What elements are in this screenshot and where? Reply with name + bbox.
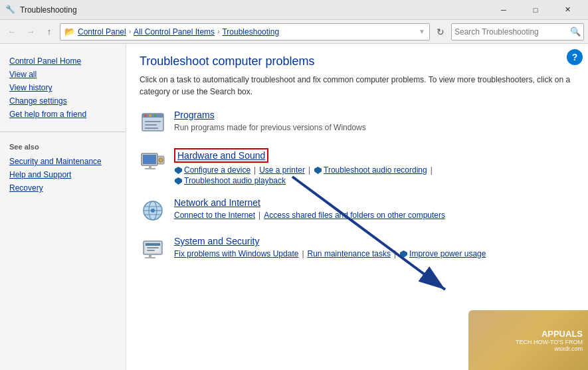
sidebar-see-also-links: Security and Maintenance Help and Suppor… <box>0 155 126 195</box>
sidebar-item-change-settings[interactable]: Change settings <box>0 94 126 108</box>
network-internet-title[interactable]: Network and Internet <box>174 197 260 208</box>
minimize-button[interactable]: ─ <box>488 0 519 20</box>
watermark: APPUALS TECH HOW-TO'S FROMwsxdr.com <box>468 310 588 370</box>
refresh-button[interactable]: ↻ <box>433 24 448 40</box>
svg-point-2 <box>144 114 147 117</box>
svg-marker-30 <box>400 250 407 258</box>
back-button[interactable]: ← <box>4 24 20 40</box>
hardware-sound-title[interactable]: Hardware and Sound <box>174 148 268 163</box>
svg-point-22 <box>151 209 155 213</box>
title-bar: 🔧 Troubleshooting ─ □ ✕ <box>0 0 588 20</box>
network-internet-info: Network and Internet Connect to the Inte… <box>174 197 575 220</box>
content-area: ? Troubleshoot computer problems Click o… <box>126 44 588 370</box>
sidebar-item-get-help[interactable]: Get help from a friend <box>0 108 126 121</box>
sidebar-item-help-support[interactable]: Help and Support <box>0 168 126 181</box>
svg-marker-16 <box>175 177 182 185</box>
forward-button[interactable]: → <box>23 24 39 40</box>
programs-icon <box>140 110 166 136</box>
system-security-title[interactable]: System and Security <box>174 236 259 246</box>
shield-icon-4 <box>399 250 408 258</box>
svg-rect-12 <box>149 165 151 168</box>
svg-rect-28 <box>149 254 151 257</box>
programs-info: Programs Run programs made for previous … <box>174 110 575 132</box>
content-description: Click on a task to automatically trouble… <box>140 74 575 98</box>
search-input[interactable] <box>454 27 570 37</box>
address-bar: ← → ↑ 📂 Control Panel › All Control Pane… <box>0 20 588 44</box>
breadcrumb-control-panel[interactable]: Control Panel <box>78 27 126 37</box>
svg-marker-15 <box>314 167 322 174</box>
svg-rect-6 <box>145 124 157 126</box>
breadcrumb-troubleshooting[interactable]: Troubleshooting <box>222 27 279 37</box>
category-network-internet: Network and Internet Connect to the Inte… <box>140 197 575 224</box>
svg-point-11 <box>159 158 163 162</box>
close-button[interactable]: ✕ <box>552 0 583 20</box>
svg-rect-29 <box>145 257 155 258</box>
run-maintenance-link[interactable]: Run maintenance tasks <box>308 249 391 258</box>
search-icon: 🔍 <box>570 27 581 37</box>
hardware-sound-icon <box>140 148 166 175</box>
search-box[interactable]: 🔍 <box>451 23 584 41</box>
content-title: Troubleshoot computer problems <box>140 54 575 68</box>
sidebar-item-recovery[interactable]: Recovery <box>0 181 126 195</box>
hardware-sound-info: Hardware and Sound Configure a device | … <box>174 148 575 185</box>
system-security-icon <box>140 236 166 262</box>
fix-windows-update-link[interactable]: Fix problems with Windows Update <box>174 249 298 258</box>
network-internet-links: Connect to the Internet | Access shared … <box>174 211 575 220</box>
shield-icon-3 <box>174 177 183 185</box>
connect-internet-link[interactable]: Connect to the Internet <box>174 211 255 220</box>
app-icon: 🔧 <box>5 5 16 15</box>
hardware-sound-links-2: Troubleshoot audio playback <box>174 176 575 185</box>
title-bar-title: Troubleshooting <box>20 5 488 15</box>
title-bar-controls: ─ □ ✕ <box>488 0 583 20</box>
svg-rect-7 <box>145 128 158 129</box>
improve-power-link[interactable]: Improve power usage <box>409 249 486 258</box>
sidebar: Control Panel Home View all View history… <box>0 44 126 370</box>
sidebar-item-control-panel-home[interactable]: Control Panel Home <box>0 54 126 68</box>
troubleshoot-audio-playback-link[interactable]: Troubleshoot audio playback <box>184 176 286 185</box>
category-system-security: System and Security Fix problems with Wi… <box>140 236 575 262</box>
configure-device-link[interactable]: Configure a device <box>184 165 250 175</box>
shield-icon-2 <box>314 166 322 175</box>
sidebar-main-links: Control Panel Home View all View history… <box>0 54 126 121</box>
svg-point-4 <box>153 114 156 117</box>
svg-point-3 <box>149 114 151 117</box>
svg-line-32 <box>292 177 445 290</box>
address-field[interactable]: 📂 Control Panel › All Control Panel Item… <box>60 23 430 41</box>
svg-rect-9 <box>143 155 156 164</box>
svg-rect-25 <box>146 243 160 246</box>
shield-icon <box>174 166 183 175</box>
category-hardware-sound: Hardware and Sound Configure a device | … <box>140 148 575 185</box>
sidebar-see-also-label: See also <box>0 139 126 155</box>
network-internet-icon <box>140 197 166 224</box>
svg-rect-5 <box>145 121 161 122</box>
hardware-sound-links: Configure a device | Use a printer | Tro… <box>174 165 575 175</box>
programs-title[interactable]: Programs <box>174 110 215 120</box>
use-printer-link[interactable]: Use a printer <box>259 165 305 175</box>
maximize-button[interactable]: □ <box>520 0 551 20</box>
system-security-info: System and Security Fix problems with Wi… <box>174 236 575 258</box>
up-button[interactable]: ↑ <box>41 24 57 40</box>
sidebar-item-view-all[interactable]: View all <box>0 68 126 81</box>
sidebar-divider <box>0 132 126 132</box>
main-layout: Control Panel Home View all View history… <box>0 44 588 370</box>
programs-links: Run programs made for previous versions … <box>174 123 575 132</box>
breadcrumb-all-items[interactable]: All Control Panel Items <box>134 27 215 37</box>
help-button[interactable]: ? <box>567 49 583 65</box>
system-security-links: Fix problems with Windows Update | Run m… <box>174 249 575 258</box>
category-programs: Programs Run programs made for previous … <box>140 110 575 136</box>
sidebar-item-view-history[interactable]: View history <box>0 81 126 94</box>
svg-rect-26 <box>147 247 159 248</box>
svg-rect-13 <box>145 168 155 169</box>
troubleshoot-audio-recording-link[interactable]: Troubleshoot audio recording <box>324 165 427 175</box>
sidebar-item-security-maintenance[interactable]: Security and Maintenance <box>0 155 126 168</box>
svg-marker-14 <box>175 167 182 174</box>
svg-rect-27 <box>147 250 155 251</box>
access-shared-files-link[interactable]: Access shared files and folders on other… <box>264 211 445 220</box>
